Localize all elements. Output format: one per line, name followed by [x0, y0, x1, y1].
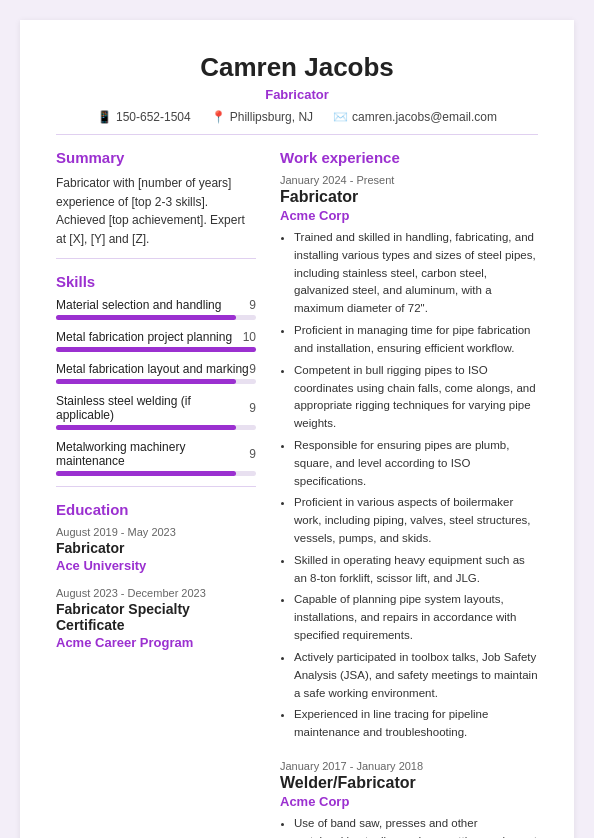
bullet-item: Use of band saw, presses and other metal…	[294, 815, 538, 838]
header: Camren Jacobs Fabricator 📱 150-652-1504 …	[56, 52, 538, 124]
candidate-name: Camren Jacobs	[56, 52, 538, 83]
work-bullets: Trained and skilled in handling, fabrica…	[280, 229, 538, 742]
skill-bar-fill	[56, 347, 256, 352]
skill-bar-fill	[56, 425, 236, 430]
skill-score: 9	[249, 298, 256, 312]
edu-degree: Fabricator	[56, 540, 256, 556]
skill-item: Metal fabrication project planning 10	[56, 330, 256, 352]
work-item: January 2017 - January 2018 Welder/Fabri…	[280, 760, 538, 838]
summary-section: Summary Fabricator with [number of years…	[56, 149, 256, 248]
bullet-item: Trained and skilled in handling, fabrica…	[294, 229, 538, 318]
skill-item: Material selection and handling 9	[56, 298, 256, 320]
skill-bar-bg	[56, 471, 256, 476]
bullet-item: Skilled in operating heavy equipment suc…	[294, 552, 538, 588]
education-title: Education	[56, 501, 256, 518]
skill-item: Metal fabrication layout and marking 9	[56, 362, 256, 384]
email-icon: ✉️	[333, 110, 348, 124]
skill-bar-bg	[56, 347, 256, 352]
work-company: Acme Corp	[280, 794, 538, 809]
skill-name: Stainless steel welding (if applicable)	[56, 394, 249, 422]
skill-name: Material selection and handling	[56, 298, 221, 312]
skills-title: Skills	[56, 273, 256, 290]
work-bullets: Use of band saw, presses and other metal…	[280, 815, 538, 838]
skill-bar-bg	[56, 315, 256, 320]
skill-name: Metal fabrication project planning	[56, 330, 232, 344]
skill-name: Metalworking machinery maintenance	[56, 440, 249, 468]
phone-number: 150-652-1504	[116, 110, 191, 124]
skill-score: 9	[249, 362, 256, 376]
skill-item: Stainless steel welding (if applicable) …	[56, 394, 256, 430]
bullet-item: Experienced in line tracing for pipeline…	[294, 706, 538, 742]
skill-score: 10	[243, 330, 256, 344]
skills-divider	[56, 486, 256, 487]
work-date: January 2017 - January 2018	[280, 760, 538, 772]
location-text: Phillipsburg, NJ	[230, 110, 313, 124]
work-title: Welder/Fabricator	[280, 774, 538, 792]
skill-score: 9	[249, 447, 256, 461]
education-item: August 2023 - December 2023 Fabricator S…	[56, 587, 256, 650]
work-experience-title: Work experience	[280, 149, 538, 166]
skill-item: Metalworking machinery maintenance 9	[56, 440, 256, 476]
skill-bar-fill	[56, 379, 236, 384]
education-list: August 2019 - May 2023 Fabricator Ace Un…	[56, 526, 256, 650]
work-company: Acme Corp	[280, 208, 538, 223]
work-title: Fabricator	[280, 188, 538, 206]
skill-bar-bg	[56, 379, 256, 384]
skills-list: Material selection and handling 9 Metal …	[56, 298, 256, 476]
education-item: August 2019 - May 2023 Fabricator Ace Un…	[56, 526, 256, 573]
work-item: January 2024 - Present Fabricator Acme C…	[280, 174, 538, 742]
bullet-item: Actively participated in toolbox talks, …	[294, 649, 538, 702]
phone-icon: 📱	[97, 110, 112, 124]
email-info: ✉️ camren.jacobs@email.com	[333, 110, 497, 124]
location-info: 📍 Phillipsburg, NJ	[211, 110, 313, 124]
bullet-item: Proficient in managing time for pipe fab…	[294, 322, 538, 358]
email-link[interactable]: camren.jacobs@email.com	[352, 110, 497, 124]
resume-container: Camren Jacobs Fabricator 📱 150-652-1504 …	[20, 20, 574, 838]
phone-info: 📱 150-652-1504	[97, 110, 191, 124]
edu-degree: Fabricator Specialty Certificate	[56, 601, 256, 633]
skills-section: Skills Material selection and handling 9…	[56, 273, 256, 476]
edu-institution: Ace University	[56, 558, 256, 573]
edu-date: August 2023 - December 2023	[56, 587, 256, 599]
skill-bar-fill	[56, 471, 236, 476]
bullet-item: Competent in bull rigging pipes to ISO c…	[294, 362, 538, 433]
skill-name: Metal fabrication layout and marking	[56, 362, 249, 376]
summary-title: Summary	[56, 149, 256, 166]
bullet-item: Capable of planning pipe system layouts,…	[294, 591, 538, 644]
education-section: Education August 2019 - May 2023 Fabrica…	[56, 501, 256, 650]
right-column: Work experience January 2024 - Present F…	[280, 149, 538, 838]
summary-text: Fabricator with [number of years] experi…	[56, 174, 256, 248]
bullet-item: Responsible for ensuring pipes are plumb…	[294, 437, 538, 490]
contact-info: 📱 150-652-1504 📍 Phillipsburg, NJ ✉️ cam…	[56, 110, 538, 124]
location-icon: 📍	[211, 110, 226, 124]
edu-institution: Acme Career Program	[56, 635, 256, 650]
skill-bar-fill	[56, 315, 236, 320]
header-divider	[56, 134, 538, 135]
bullet-item: Proficient in various aspects of boilerm…	[294, 494, 538, 547]
left-column: Summary Fabricator with [number of years…	[56, 149, 256, 838]
skill-score: 9	[249, 401, 256, 415]
candidate-title: Fabricator	[56, 87, 538, 102]
summary-divider	[56, 258, 256, 259]
main-layout: Summary Fabricator with [number of years…	[56, 149, 538, 838]
work-date: January 2024 - Present	[280, 174, 538, 186]
skill-bar-bg	[56, 425, 256, 430]
edu-date: August 2019 - May 2023	[56, 526, 256, 538]
work-list: January 2024 - Present Fabricator Acme C…	[280, 174, 538, 838]
